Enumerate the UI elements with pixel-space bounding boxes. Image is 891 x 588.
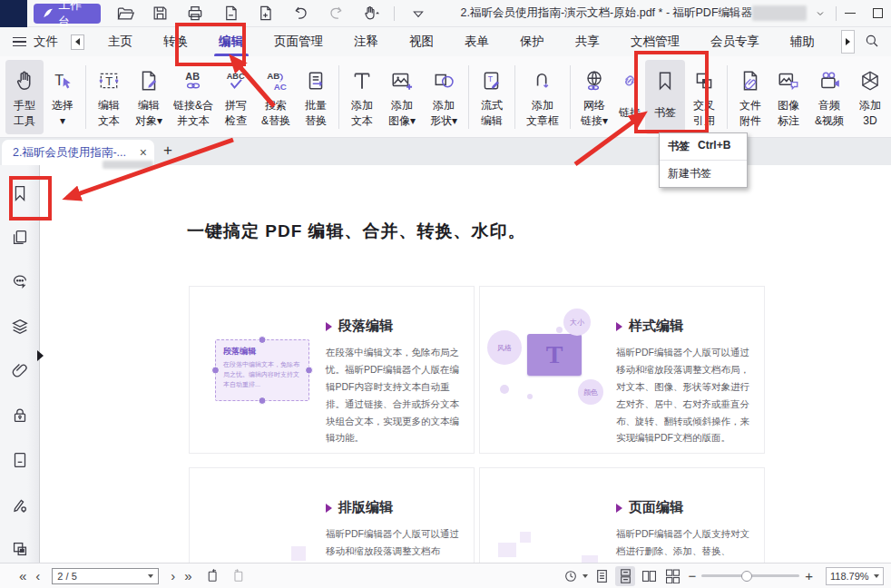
hand-tool-icon [13, 64, 36, 97]
previous-page-button[interactable]: ‹ [31, 568, 44, 583]
previous-view-icon[interactable] [204, 567, 222, 585]
print-icon[interactable] [184, 2, 207, 25]
zoom-slider-knob[interactable] [741, 571, 752, 582]
first-page-button[interactable]: « [15, 568, 31, 583]
menu-form[interactable]: 表单 [463, 28, 491, 55]
continuous-view-icon[interactable] [615, 566, 635, 586]
tooltip-title-row: 书签 Ctrl+B [660, 133, 747, 161]
maximize-button[interactable] [864, 1, 891, 26]
toolbar-item-audio-video[interactable]: 音频&视频 [808, 60, 851, 134]
edit-text-icon: T [97, 64, 121, 97]
toolbar-item-search-replace[interactable]: ABAC 搜索&替换 [255, 60, 297, 134]
sidebar-security-panel[interactable] [10, 406, 30, 426]
single-page-view-icon[interactable] [592, 566, 612, 586]
open-file-icon[interactable] [113, 2, 136, 25]
page-number-combo[interactable]: 2 / 5 [52, 568, 159, 584]
annotation-box-sidebar-bookmark [9, 176, 52, 220]
toolbar-item-flow-edit[interactable]: T 流式编辑 [473, 60, 511, 134]
toolbar-item-file-attachment[interactable]: 文件附件 [731, 60, 769, 134]
new-tab-button[interactable]: + [163, 142, 172, 160]
titlebar-separator [394, 6, 395, 21]
toolbar-item-hand-tool[interactable]: 手型工具 [5, 60, 44, 134]
toolbar-item-select[interactable]: T 选择▾ [44, 60, 82, 134]
menu-share[interactable]: 共享 [573, 28, 602, 55]
toolbar-item-image-annotation[interactable]: 图像标注 [769, 60, 808, 134]
svg-text:AB: AB [267, 70, 279, 80]
hand-mode-dropdown[interactable] [360, 2, 383, 25]
sidebar-fields-panel[interactable] [10, 450, 30, 470]
facing-view-icon[interactable] [639, 566, 659, 586]
menu-protect[interactable]: 保护 [518, 28, 546, 55]
view-mode-caret-icon[interactable] [583, 574, 588, 578]
undo-icon[interactable] [289, 2, 312, 25]
toolbar-divider [468, 65, 469, 129]
toolbar-item-edit-text[interactable]: T 编辑文本 [90, 60, 128, 134]
zoom-level-combo[interactable]: 118.79% [826, 567, 884, 585]
last-page-button[interactable]: » [180, 568, 196, 583]
menu-view[interactable]: 视图 [407, 28, 436, 55]
card-title: 排版编辑 [338, 499, 393, 516]
sidebar-attachments-panel[interactable] [10, 361, 30, 381]
toolbar-item-add-article-box[interactable]: 添加文章框 [519, 60, 566, 134]
toolbar-item-add-3d[interactable]: 添加3D [851, 60, 889, 134]
titlebar-right [752, 1, 891, 26]
menu-member-exclusive[interactable]: 会员专享 [709, 28, 761, 55]
zoom-out-button[interactable]: − [682, 568, 701, 583]
insert-page-icon[interactable] [255, 2, 278, 25]
toolbar-item-add-text[interactable]: 添加文本 [343, 60, 381, 134]
auto-scroll-icon[interactable] [561, 566, 581, 586]
quill-icon [43, 7, 54, 19]
svg-text:ABC: ABC [227, 71, 245, 80]
toolbar-item-add-image[interactable]: 添加图像▾ [381, 60, 423, 134]
sidebar-layers-panel[interactable] [10, 317, 30, 337]
account-chevron-icon[interactable] [807, 1, 834, 26]
status-bar: « ‹ 2 / 5 › » − + 118.79% [0, 563, 891, 588]
toolbar-item-link-merge-text[interactable]: AB 链接&合并文本 [170, 60, 217, 134]
extract-page-icon[interactable] [220, 2, 242, 25]
redo-icon[interactable] [325, 2, 348, 25]
toolbar-item-batch-replace[interactable]: 批量替换 [297, 60, 335, 134]
statusbar-right: − + 118.79% [557, 566, 884, 586]
toolbar-item-edit-object[interactable]: 编辑对象▾ [128, 60, 170, 134]
redacted-strip [103, 161, 153, 169]
menu-accessibility[interactable]: 辅助 [788, 28, 817, 55]
facing-continuous-view-icon[interactable] [662, 566, 682, 586]
menu-bar: 文件 主页 转换 编辑 页面管理 注释 视图 表单 保护 共享 文档管理 会员专… [0, 27, 891, 56]
collapse-ribbon-button[interactable] [71, 34, 84, 50]
toolbar-item-add-shape[interactable]: 添加形状▾ [423, 60, 465, 134]
sidebar-signature-panel[interactable] [10, 495, 30, 514]
workspace-label: 工作台 [58, 0, 92, 30]
hamburger-icon[interactable] [13, 37, 26, 47]
card-body: 福昕PDF编辑器个人版可以通过移动和缩放段落调整文档布局，对文本、图像、形状等对… [616, 344, 754, 446]
sidebar-comments-panel[interactable] [10, 272, 30, 292]
edit-ribbon-toolbar: 手型工具 T 选择▾ T 编辑文本 编辑对象▾ AB 链接&合并文本 ABC 拼… [0, 56, 891, 138]
sidebar-pages-panel[interactable] [10, 228, 30, 248]
quick-access-chevron-icon[interactable] [407, 2, 430, 25]
panel-expander-icon[interactable] [37, 350, 44, 361]
minimize-button[interactable] [837, 1, 864, 26]
save-icon[interactable] [149, 2, 171, 25]
page-number-value: 2 / 5 [57, 571, 76, 582]
menu-comment[interactable]: 注释 [352, 28, 380, 55]
zoom-slider[interactable] [701, 574, 799, 577]
zoom-in-button[interactable]: + [799, 568, 818, 583]
toolbar-item-spell-check[interactable]: ABC 拼写检查 [217, 60, 255, 134]
feature-cards: 段落编辑 在段落中编辑文本，免除布局之忧。编辑内容时支持文本自动重排... 段落… [189, 286, 765, 563]
image-annotation-icon [777, 64, 800, 97]
toolbar-item-web-link[interactable]: 网络链接▾ [574, 60, 614, 134]
toolbar-divider [85, 65, 86, 129]
menu-page-management[interactable]: 页面管理 [272, 28, 325, 55]
search-icon[interactable] [864, 33, 880, 52]
ribbon-expand-button[interactable] [841, 30, 855, 54]
zoom-combo-caret-icon [874, 574, 879, 578]
card-title: 段落编辑 [338, 318, 393, 335]
card-page-edit: 页面 页面编辑 福昕PDF编辑器个人版支持对文档进行删除、添加、替换、 [479, 467, 765, 563]
next-view-icon[interactable] [230, 567, 248, 585]
sidebar-destinations-panel[interactable] [10, 539, 30, 559]
menu-file[interactable]: 文件 [34, 34, 58, 50]
workspace-button[interactable]: 工作台 [34, 4, 101, 24]
tab-close-icon[interactable]: × [140, 145, 147, 160]
next-page-button[interactable]: › [166, 568, 180, 583]
menu-home[interactable]: 主页 [106, 28, 134, 55]
tooltip-new-bookmark-item[interactable]: 新建书签 [660, 161, 747, 187]
